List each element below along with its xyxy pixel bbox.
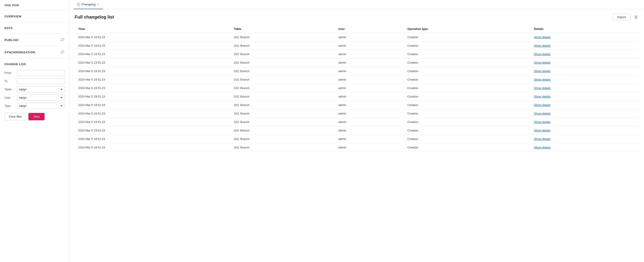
cell-operation: Creation [404, 41, 530, 50]
table-row: 2024 Mar 5 19:51:23102: BranchadminCreat… [75, 41, 639, 50]
cell-details: Show details [530, 143, 639, 152]
filter-type-label: Type [4, 104, 14, 108]
cell-user: admin [335, 135, 404, 143]
filter-form: From To Table <any> User <any> Type <any… [0, 68, 69, 111]
cell-time: 2024 Mar 5 19:51:23 [75, 101, 230, 109]
table-row: 2024 Mar 5 19:51:23102: BranchadminCreat… [75, 92, 639, 101]
sidebar-item-overview[interactable]: OVERVIEW [0, 11, 69, 22]
show-details-link[interactable]: Show details [534, 146, 550, 149]
cell-operation: Creation [404, 33, 530, 41]
sidebar-item-data[interactable]: DATA [0, 22, 69, 34]
cell-table: 102: Branch [230, 118, 335, 126]
filter-to-row: To [4, 78, 64, 84]
cell-time: 2024 Mar 5 19:51:23 [75, 75, 230, 84]
cell-time: 2024 Mar 5 19:51:23 [75, 92, 230, 101]
filter-table-select[interactable]: <any> [17, 86, 64, 92]
cell-details: Show details [530, 58, 639, 67]
show-details-link[interactable]: Show details [534, 129, 550, 132]
filter-user-select[interactable]: <any> [17, 95, 64, 101]
show-details-link[interactable]: Show details [534, 69, 550, 73]
cell-table: 102: Branch [230, 143, 335, 152]
show-details-link[interactable]: Show details [534, 120, 550, 124]
show-details-link[interactable]: Show details [534, 44, 550, 47]
cell-table: 102: Branch [230, 75, 335, 84]
clear-filter-button[interactable]: Clear filter [4, 113, 26, 120]
filter-table-row: Table <any> [4, 86, 64, 92]
cell-time: 2024 Mar 5 19:51:23 [75, 118, 230, 126]
cell-table: 102: Branch [230, 58, 335, 67]
cell-user: admin [335, 126, 404, 135]
cell-table: 102: Branch [230, 135, 335, 143]
filter-to-input[interactable] [17, 78, 64, 84]
cell-details: Show details [530, 50, 639, 58]
show-details-link[interactable]: Show details [534, 112, 550, 115]
show-details-link[interactable]: Show details [534, 86, 550, 90]
cell-time: 2024 Mar 5 19:51:23 [75, 109, 230, 118]
col-header-user: User [335, 25, 404, 33]
cell-user: admin [335, 143, 404, 152]
sidebar-item-changelog[interactable]: CHANGE LOG [0, 58, 69, 68]
cell-operation: Creation [404, 58, 530, 67]
show-details-link[interactable]: Show details [534, 52, 550, 56]
export-button[interactable]: Export [613, 14, 630, 20]
sidebar-item-label-data: DATA [4, 26, 13, 30]
cell-details: Show details [530, 118, 639, 126]
cell-table: 102: Branch [230, 126, 335, 135]
table-row: 2024 Mar 5 19:51:23102: BranchadminCreat… [75, 101, 639, 109]
cell-time: 2024 Mar 5 19:51:23 [75, 33, 230, 41]
cell-details: Show details [530, 109, 639, 118]
cell-time: 2024 Mar 5 19:51:23 [75, 84, 230, 92]
tab-close-button[interactable]: × [97, 3, 100, 6]
header-actions: Export [613, 14, 639, 20]
cell-user: admin [335, 50, 404, 58]
show-details-link[interactable]: Show details [534, 103, 550, 107]
cell-operation: Creation [404, 118, 530, 126]
cell-user: admin [335, 84, 404, 92]
cell-details: Show details [530, 101, 639, 109]
cell-details: Show details [530, 75, 639, 84]
show-details-link[interactable]: Show details [534, 35, 550, 39]
filter-to-label: To [4, 79, 14, 83]
sidebar-item-label-changelog: CHANGE LOG [4, 62, 26, 66]
sidebar-item-label-publish: PUBLISH [4, 38, 18, 42]
show-details-link[interactable]: Show details [534, 95, 550, 98]
show-details-link[interactable]: Show details [534, 61, 550, 64]
filter-from-input[interactable] [17, 70, 64, 76]
page-body: Full changelog list Export [69, 9, 644, 262]
sidebar: ONE RDM OVERVIEW DATA PUBLISH SYNCHRONIZ… [0, 0, 69, 262]
filter-table-label: Table [4, 88, 14, 91]
cell-operation: Creation [404, 84, 530, 92]
cell-operation: Creation [404, 135, 530, 143]
cell-operation: Creation [404, 75, 530, 84]
cell-details: Show details [530, 41, 639, 50]
sidebar-item-publish[interactable]: PUBLISH [0, 34, 69, 46]
filter-from-row: From [4, 70, 64, 76]
table-header-row: Time Table User Operation type Details [75, 25, 639, 33]
table-row: 2024 Mar 5 19:51:23102: BranchadminCreat… [75, 84, 639, 92]
cell-time: 2024 Mar 5 19:51:23 [75, 135, 230, 143]
filter-type-select[interactable]: <any> [17, 103, 64, 109]
cell-details: Show details [530, 67, 639, 75]
table-row: 2024 Mar 5 19:51:23102: BranchadminCreat… [75, 109, 639, 118]
sidebar-item-synchronization[interactable]: SYNCHRONIZATION [0, 46, 69, 58]
show-details-link[interactable]: Show details [534, 137, 550, 140]
cell-table: 102: Branch [230, 101, 335, 109]
cell-details: Show details [530, 84, 639, 92]
cell-user: admin [335, 33, 404, 41]
view-button[interactable]: View [28, 113, 44, 120]
table-row: 2024 Mar 5 19:51:23102: BranchadminCreat… [75, 58, 639, 67]
table-row: 2024 Mar 5 19:51:23102: BranchadminCreat… [75, 143, 639, 152]
tab-changelog[interactable]: i Changelog × [74, 0, 103, 9]
cell-table: 102: Branch [230, 84, 335, 92]
show-details-link[interactable]: Show details [534, 78, 550, 81]
col-header-operation: Operation type [404, 25, 530, 33]
col-header-table: Table [230, 25, 335, 33]
table-row: 2024 Mar 5 19:51:23102: BranchadminCreat… [75, 67, 639, 75]
cell-user: admin [335, 75, 404, 84]
columns-settings-icon[interactable] [632, 14, 639, 20]
cell-operation: Creation [404, 109, 530, 118]
cell-operation: Creation [404, 101, 530, 109]
cell-operation: Creation [404, 143, 530, 152]
page-header: Full changelog list Export [75, 14, 639, 20]
cell-details: Show details [530, 33, 639, 41]
